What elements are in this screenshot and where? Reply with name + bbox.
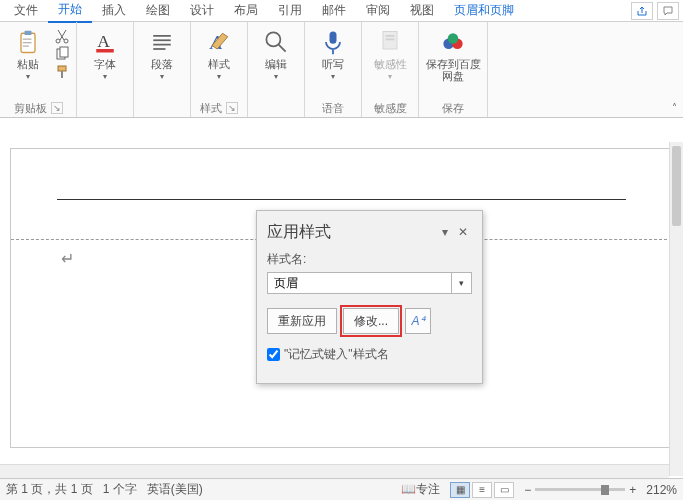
- group-font: A 字体 ▾: [77, 22, 134, 117]
- language-status[interactable]: 英语(美国): [147, 481, 203, 498]
- zoom-level[interactable]: 212%: [646, 483, 677, 497]
- group-editing: 编辑 ▾: [248, 22, 305, 117]
- tab-mailings[interactable]: 邮件: [312, 0, 356, 22]
- zoom-slider[interactable]: − +: [524, 483, 636, 497]
- svg-rect-3: [23, 42, 32, 43]
- word-count[interactable]: 1 个字: [103, 481, 137, 498]
- reapply-button[interactable]: 重新应用: [267, 308, 337, 334]
- svg-rect-10: [61, 71, 63, 78]
- svg-rect-16: [153, 48, 165, 50]
- styles-button[interactable]: A 样式 ▾: [197, 26, 241, 81]
- tab-header-footer[interactable]: 页眉和页脚: [444, 0, 524, 22]
- paragraph-button[interactable]: 段落 ▾: [140, 26, 184, 81]
- tab-insert[interactable]: 插入: [92, 0, 136, 22]
- styles-launcher[interactable]: ↘: [226, 102, 238, 114]
- search-icon: [262, 28, 290, 56]
- svg-point-25: [448, 33, 459, 44]
- dictate-button[interactable]: 听写 ▾: [311, 26, 355, 81]
- chevron-down-icon: ▾: [331, 72, 335, 81]
- format-painter-button[interactable]: [54, 64, 70, 80]
- group-voice: 听写 ▾ 语音: [305, 22, 362, 117]
- group-clipboard: 粘贴 ▾ 剪贴板↘: [0, 22, 77, 117]
- cut-button[interactable]: [54, 28, 70, 44]
- zoom-thumb[interactable]: [601, 485, 609, 495]
- ribbon-tabs: 文件 开始 插入 绘图 设计 布局 引用 邮件 审阅 视图 页眉和页脚: [0, 0, 683, 22]
- paste-button[interactable]: 粘贴 ▾: [6, 26, 50, 81]
- svg-rect-21: [386, 35, 395, 37]
- tab-home[interactable]: 开始: [48, 0, 92, 23]
- pane-title: 应用样式: [267, 222, 436, 243]
- svg-rect-14: [153, 39, 171, 41]
- style-name-input[interactable]: [267, 272, 452, 294]
- modify-button[interactable]: 修改...: [343, 308, 399, 334]
- tab-layout[interactable]: 布局: [224, 0, 268, 22]
- svg-rect-1: [25, 31, 32, 35]
- pane-options-button[interactable]: ▾: [436, 225, 454, 239]
- share-icon: [636, 5, 648, 17]
- sensitivity-icon: [376, 28, 404, 56]
- tab-design[interactable]: 设计: [180, 0, 224, 22]
- editing-button[interactable]: 编辑 ▾: [254, 26, 298, 81]
- apply-styles-pane: 应用样式 ▾ ✕ 样式名: ▾ 重新应用 修改... A⁴ "记忆式键入"样式名: [256, 210, 483, 384]
- copy-button[interactable]: [54, 46, 70, 62]
- styles-pane-button[interactable]: A⁴: [405, 308, 431, 334]
- scroll-thumb[interactable]: [672, 146, 681, 226]
- clipboard-group-label: 剪贴板: [14, 101, 47, 116]
- tab-review[interactable]: 审阅: [356, 0, 400, 22]
- view-buttons: ▦ ≡ ▭: [450, 482, 514, 498]
- chevron-down-icon: ▾: [274, 72, 278, 81]
- svg-rect-15: [153, 44, 171, 46]
- microphone-icon: [319, 28, 347, 56]
- svg-rect-22: [386, 39, 395, 41]
- svg-rect-2: [23, 39, 32, 40]
- styles-group-label: 样式: [200, 101, 222, 116]
- web-view[interactable]: ▭: [494, 482, 514, 498]
- style-name-label: 样式名:: [267, 251, 472, 268]
- tab-view[interactable]: 视图: [400, 0, 444, 22]
- header-rule: [57, 199, 626, 200]
- svg-rect-12: [96, 49, 114, 53]
- page-count[interactable]: 第 1 页，共 1 页: [6, 481, 93, 498]
- tab-references[interactable]: 引用: [268, 0, 312, 22]
- sensitivity-button[interactable]: 敏感性 ▾: [368, 26, 412, 81]
- svg-rect-8: [60, 47, 68, 57]
- chevron-down-icon: ▾: [217, 72, 221, 81]
- paragraph-icon: [148, 28, 176, 56]
- voice-group-label: 语音: [322, 101, 344, 116]
- autocomplete-label: "记忆式键入"样式名: [284, 346, 389, 363]
- font-button[interactable]: A 字体 ▾: [83, 26, 127, 81]
- comment-icon: [662, 5, 674, 17]
- group-styles: A 样式 ▾ 样式↘: [191, 22, 248, 117]
- style-name-dropdown[interactable]: ▾: [452, 272, 472, 294]
- zoom-in-button[interactable]: +: [629, 483, 636, 497]
- read-view[interactable]: ≡: [472, 482, 492, 498]
- print-layout-view[interactable]: ▦: [450, 482, 470, 498]
- baidu-save-button[interactable]: 保存到百度网盘: [425, 26, 481, 82]
- chevron-down-icon: ▾: [103, 72, 107, 81]
- svg-rect-19: [330, 32, 337, 44]
- vertical-scrollbar[interactable]: [669, 142, 683, 476]
- focus-mode-button[interactable]: 📖专注: [401, 481, 440, 498]
- copy-icon: [54, 46, 70, 62]
- font-icon: A: [91, 28, 119, 56]
- horizontal-scrollbar[interactable]: [0, 464, 669, 478]
- share-button[interactable]: [631, 2, 653, 20]
- tab-draw[interactable]: 绘图: [136, 0, 180, 22]
- zoom-out-button[interactable]: −: [524, 483, 531, 497]
- paste-icon: [14, 28, 42, 56]
- autocomplete-checkbox[interactable]: [267, 348, 280, 361]
- collapse-ribbon-button[interactable]: ˄: [672, 102, 677, 113]
- clipboard-launcher[interactable]: ↘: [51, 102, 63, 114]
- tab-file[interactable]: 文件: [4, 0, 48, 22]
- format-painter-icon: [54, 64, 70, 80]
- svg-point-6: [64, 39, 68, 43]
- group-save: 保存到百度网盘 保存: [419, 22, 488, 117]
- save-group-label: 保存: [442, 101, 464, 116]
- sensitivity-group-label: 敏感度: [374, 101, 407, 116]
- comments-button[interactable]: [657, 2, 679, 20]
- svg-point-18: [266, 32, 280, 46]
- paragraph-mark: ↵: [61, 249, 74, 268]
- styles-icon: A: [205, 28, 233, 56]
- baidu-cloud-icon: [439, 28, 467, 56]
- pane-close-button[interactable]: ✕: [454, 225, 472, 239]
